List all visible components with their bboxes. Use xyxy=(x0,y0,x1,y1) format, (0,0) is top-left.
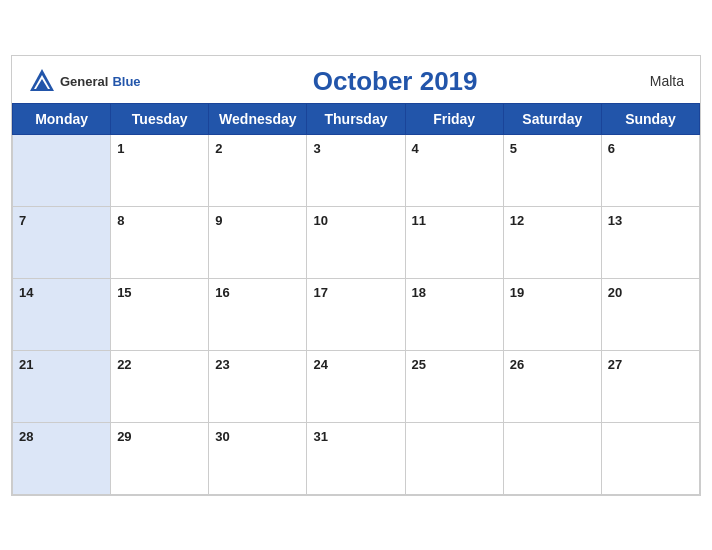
calendar-cell: 28 xyxy=(13,422,111,494)
day-number: 25 xyxy=(412,357,426,372)
calendar-cell: 5 xyxy=(503,134,601,206)
weekday-header-sunday: Sunday xyxy=(601,103,699,134)
calendar-cell xyxy=(13,134,111,206)
weekday-header-friday: Friday xyxy=(405,103,503,134)
calendar-cell: 30 xyxy=(209,422,307,494)
day-number: 17 xyxy=(313,285,327,300)
logo-general: General xyxy=(60,74,108,89)
day-number: 13 xyxy=(608,213,622,228)
day-number: 21 xyxy=(19,357,33,372)
day-number: 27 xyxy=(608,357,622,372)
day-number: 1 xyxy=(117,141,124,156)
logo-blue: Blue xyxy=(112,74,140,89)
week-row-5: 28293031 xyxy=(13,422,700,494)
week-row-2: 78910111213 xyxy=(13,206,700,278)
day-number: 15 xyxy=(117,285,131,300)
calendar-cell xyxy=(601,422,699,494)
week-row-3: 14151617181920 xyxy=(13,278,700,350)
calendar-cell: 8 xyxy=(111,206,209,278)
day-number: 19 xyxy=(510,285,524,300)
weekday-header-thursday: Thursday xyxy=(307,103,405,134)
calendar-cell: 29 xyxy=(111,422,209,494)
day-number: 9 xyxy=(215,213,222,228)
calendar-cell: 2 xyxy=(209,134,307,206)
day-number: 20 xyxy=(608,285,622,300)
calendar-cell: 20 xyxy=(601,278,699,350)
calendar-cell: 4 xyxy=(405,134,503,206)
calendar-cell: 6 xyxy=(601,134,699,206)
day-number: 5 xyxy=(510,141,517,156)
calendar-cell: 31 xyxy=(307,422,405,494)
calendar-table: MondayTuesdayWednesdayThursdayFridaySatu… xyxy=(12,103,700,495)
weekday-header-row: MondayTuesdayWednesdayThursdayFridaySatu… xyxy=(13,103,700,134)
day-number: 28 xyxy=(19,429,33,444)
day-number: 2 xyxy=(215,141,222,156)
day-number: 12 xyxy=(510,213,524,228)
calendar-cell: 19 xyxy=(503,278,601,350)
calendar-cell: 9 xyxy=(209,206,307,278)
day-number: 11 xyxy=(412,213,426,228)
calendar-title: October 2019 xyxy=(313,66,478,97)
calendar-cell: 17 xyxy=(307,278,405,350)
week-row-4: 21222324252627 xyxy=(13,350,700,422)
calendar-cell: 13 xyxy=(601,206,699,278)
calendar-cell xyxy=(503,422,601,494)
country-label: Malta xyxy=(650,73,684,89)
day-number: 3 xyxy=(313,141,320,156)
day-number: 4 xyxy=(412,141,419,156)
calendar-cell: 11 xyxy=(405,206,503,278)
weekday-header-tuesday: Tuesday xyxy=(111,103,209,134)
logo-area: General Blue xyxy=(28,67,141,95)
logo-icon xyxy=(28,67,56,95)
calendar-cell: 1 xyxy=(111,134,209,206)
day-number: 31 xyxy=(313,429,327,444)
calendar-cell: 14 xyxy=(13,278,111,350)
calendar-cell: 23 xyxy=(209,350,307,422)
day-number: 22 xyxy=(117,357,131,372)
day-number: 30 xyxy=(215,429,229,444)
calendar-cell: 27 xyxy=(601,350,699,422)
calendar-cell: 18 xyxy=(405,278,503,350)
day-number: 16 xyxy=(215,285,229,300)
calendar-cell: 21 xyxy=(13,350,111,422)
day-number: 23 xyxy=(215,357,229,372)
calendar-cell: 25 xyxy=(405,350,503,422)
day-number: 7 xyxy=(19,213,26,228)
day-number: 29 xyxy=(117,429,131,444)
calendar: General Blue October 2019 Malta MondayTu… xyxy=(11,55,701,496)
day-number: 10 xyxy=(313,213,327,228)
calendar-cell: 16 xyxy=(209,278,307,350)
day-number: 26 xyxy=(510,357,524,372)
calendar-cell: 3 xyxy=(307,134,405,206)
calendar-cell: 26 xyxy=(503,350,601,422)
day-number: 24 xyxy=(313,357,327,372)
day-number: 6 xyxy=(608,141,615,156)
calendar-cell: 15 xyxy=(111,278,209,350)
week-row-1: 123456 xyxy=(13,134,700,206)
calendar-cell: 12 xyxy=(503,206,601,278)
weekday-header-wednesday: Wednesday xyxy=(209,103,307,134)
day-number: 18 xyxy=(412,285,426,300)
calendar-cell xyxy=(405,422,503,494)
day-number: 14 xyxy=(19,285,33,300)
calendar-cell: 10 xyxy=(307,206,405,278)
weekday-header-monday: Monday xyxy=(13,103,111,134)
calendar-header: General Blue October 2019 Malta xyxy=(12,56,700,103)
calendar-cell: 24 xyxy=(307,350,405,422)
weekday-header-saturday: Saturday xyxy=(503,103,601,134)
day-number: 8 xyxy=(117,213,124,228)
calendar-cell: 7 xyxy=(13,206,111,278)
calendar-cell: 22 xyxy=(111,350,209,422)
